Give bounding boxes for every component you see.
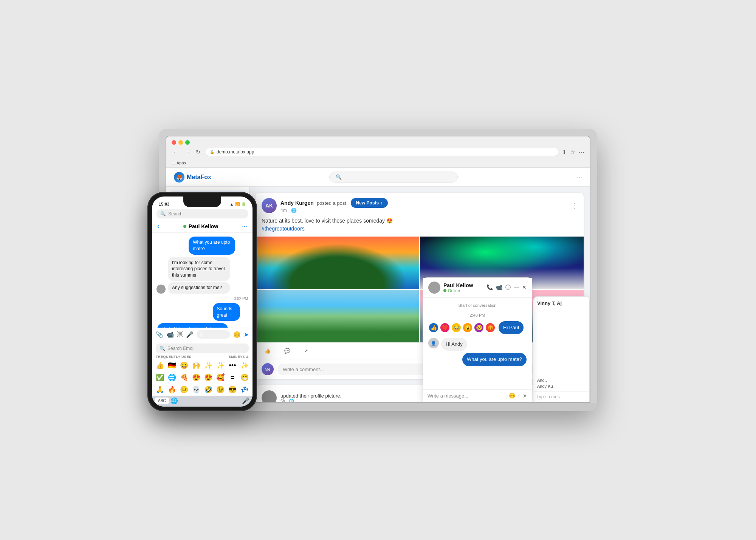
share-button[interactable]: ↗ xyxy=(301,347,311,355)
reaction-laugh[interactable]: 😂 xyxy=(451,322,462,333)
global-search-input[interactable]: 🔍 xyxy=(329,172,458,183)
emoji-sparkles1[interactable]: ✨ xyxy=(203,360,214,371)
new-posts-button[interactable]: New Posts ↑ xyxy=(351,198,388,208)
phone-send-icon[interactable]: ➤ xyxy=(244,331,249,338)
profile-update-time: 5h · 🌐 xyxy=(280,399,341,402)
phone-status-icons: ▲ 📶 🔋 xyxy=(230,202,246,206)
phone-bubble-sent-3: Fly to Bali, or backpack to Vietnam 🤩🔥 xyxy=(157,323,228,328)
emoji-germany[interactable]: 🇩🇪 xyxy=(166,360,178,371)
chat-panel-2-input[interactable]: Type a mes xyxy=(533,391,589,402)
abc-button[interactable]: ABC xyxy=(155,398,169,404)
send-icon[interactable]: ➤ xyxy=(523,393,527,399)
attachment-icon[interactable]: + xyxy=(517,393,521,399)
phone-globe-icon[interactable]: 🌐 xyxy=(170,397,178,404)
reaction-heart[interactable]: ❤️ xyxy=(440,322,450,333)
signal-icon: 📶 xyxy=(235,202,240,206)
phone-video-icon[interactable]: 📹 xyxy=(166,331,174,338)
emoji-heart-eyes2[interactable]: 😍 xyxy=(203,372,214,383)
emoji-wink[interactable]: 😉 xyxy=(215,384,226,395)
emoji-check[interactable]: ✅ xyxy=(154,372,166,383)
phone-icon[interactable]: 📞 xyxy=(486,284,493,291)
emoji-picker-icon[interactable]: 😊 xyxy=(509,393,515,399)
back-button[interactable]: ← xyxy=(172,148,180,156)
phone-chat-header: ‹ Paul Kellow ⋯ xyxy=(152,221,253,233)
phone-mic-icon[interactable]: 🎤 xyxy=(186,331,194,338)
star-icon[interactable]: ☆ xyxy=(570,149,575,155)
close-button[interactable] xyxy=(172,140,176,145)
chat-input[interactable]: Write a message... xyxy=(428,393,506,399)
reaction-sad[interactable]: 😢 xyxy=(474,322,484,333)
emoji-heart-eyes1[interactable]: 😍 xyxy=(191,372,202,383)
phone-msg-received-row: I'm looking for some interesting places … xyxy=(156,257,248,294)
emoji-equals[interactable]: = xyxy=(227,372,238,383)
header-more-icon[interactable]: ⋯ xyxy=(576,173,582,181)
info-icon[interactable]: ⓘ xyxy=(505,284,511,291)
chat-panel-2-messages: And.. Andy Ku xyxy=(533,310,589,391)
commenter-avatar: Me xyxy=(262,363,274,375)
emoji-grin[interactable]: 😁 xyxy=(239,372,250,383)
phone-attach-icon[interactable]: 📎 xyxy=(156,331,163,338)
post-header-1: AK Andy Kurgen posted a post. New Posts xyxy=(256,193,584,217)
emoji-sparkles3[interactable]: ✨ xyxy=(239,360,250,371)
share-icon: ↗ xyxy=(304,348,308,354)
chat-2-msg-2: Andy Ku xyxy=(537,384,586,388)
phone-emoji-keyboard-icon[interactable]: 😊 xyxy=(233,331,241,338)
chat-panel-2-header: Vinny T, Aj xyxy=(533,297,589,310)
like-button[interactable]: 👍 xyxy=(262,347,274,355)
emoji-search-row[interactable]: 🔍 Search Emoji xyxy=(156,343,249,353)
profile-update-text: updated their profile picture. xyxy=(280,393,341,399)
emoji-dot[interactable]: ••• xyxy=(227,360,238,371)
post-more-icon[interactable]: ⋮ xyxy=(571,201,578,210)
emoji-sparkles2[interactable]: ✨ xyxy=(215,360,226,371)
url-bar[interactable]: 🔒 demo.metafox.app xyxy=(205,148,559,156)
reaction-wow[interactable]: 😮 xyxy=(462,322,473,333)
emoji-search-placeholder: Search Emoji xyxy=(167,346,194,351)
phone-chat-more-icon[interactable]: ⋯ xyxy=(242,223,247,229)
phone-photo-icon[interactable]: 🖼 xyxy=(177,331,183,338)
reaction-angry[interactable]: 😡 xyxy=(485,322,496,333)
phone-online-badge xyxy=(183,225,186,228)
emoji-skull[interactable]: 💀 xyxy=(191,384,202,395)
bookmark-icon[interactable]: ⬆ xyxy=(562,149,567,155)
comment-button[interactable]: 💬 xyxy=(281,347,293,355)
phone-mic-keyboard-icon[interactable]: 🎤 xyxy=(242,397,249,404)
emoji-heart-eyes3[interactable]: 🥰 xyxy=(215,372,226,383)
phone-input-text: | xyxy=(200,332,226,337)
emoji-smile[interactable]: 😀 xyxy=(178,360,190,371)
chat-panel-main: Paul Kellow Online 📞 xyxy=(423,277,532,402)
forward-button[interactable]: → xyxy=(183,148,191,156)
emoji-search-icon: 🔍 xyxy=(160,346,165,351)
emoji-zzz[interactable]: 💤 xyxy=(239,384,250,395)
search-icon: 🔍 xyxy=(336,174,342,180)
minimize-button[interactable] xyxy=(178,140,183,145)
emoji-neutral[interactable]: 😐 xyxy=(178,384,190,395)
reaction-like[interactable]: 👍 xyxy=(428,322,439,333)
phone-chat-user-name: Paul Kellow xyxy=(189,223,218,229)
emoji-thumbsup[interactable]: 👍 xyxy=(154,360,166,371)
browser-more-icon[interactable]: ⋯ xyxy=(578,149,584,156)
emoji-fire1[interactable]: 🔥 xyxy=(166,384,178,395)
received-msg-row-1: 👤 Hi Andy xyxy=(428,338,527,351)
chat-header: Paul Kellow Online 📞 xyxy=(423,278,532,298)
phone-messages: What you are upto mate? I'm looking for … xyxy=(152,233,253,328)
chat-timestamp: 2:48 PM xyxy=(428,313,527,317)
phone-notch xyxy=(183,197,221,207)
emoji-section-label: FREQUENTLY USED SMILEYS & xyxy=(152,353,253,359)
phone-back-button[interactable]: ‹ xyxy=(157,222,160,230)
phone-search-bar[interactable]: 🔍 Search xyxy=(156,209,248,218)
emoji-pray[interactable]: 🙏 xyxy=(154,384,166,395)
post-hashtag[interactable]: #thegreatoutdoors xyxy=(262,226,305,232)
post-image-3 xyxy=(256,290,419,342)
phone-input-area[interactable]: | xyxy=(197,330,230,339)
video-icon[interactable]: 📹 xyxy=(496,284,502,291)
maximize-button[interactable] xyxy=(185,140,190,145)
emoji-pizza[interactable]: 🍕 xyxy=(178,372,190,383)
emoji-raised-hands[interactable]: 🙌 xyxy=(191,360,202,371)
reload-button[interactable]: ↻ xyxy=(194,148,202,156)
apps-grid-icon: ⚏ xyxy=(172,161,175,165)
emoji-rofl[interactable]: 🤣 xyxy=(203,384,214,395)
minimize-chat-icon[interactable]: — xyxy=(514,284,519,291)
close-chat-icon[interactable]: ✕ xyxy=(522,284,527,291)
emoji-sunglasses[interactable]: 😎 xyxy=(227,384,238,395)
emoji-globe[interactable]: 🌐 xyxy=(166,372,178,383)
